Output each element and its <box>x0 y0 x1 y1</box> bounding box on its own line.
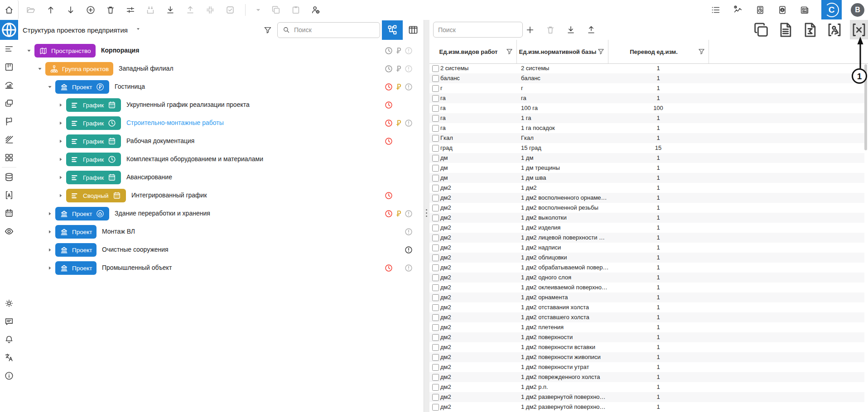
list-settings-icon[interactable] <box>709 3 723 17</box>
tree-item-label[interactable]: Авансирование <box>126 173 172 181</box>
table-row[interactable]: дм1 дм шва1 <box>429 173 864 183</box>
table-row[interactable]: га1 га1 <box>429 113 864 123</box>
sidebar-item-bell[interactable] <box>0 331 18 349</box>
filter-icon[interactable] <box>506 48 513 57</box>
row-checkbox[interactable] <box>432 135 439 142</box>
plus-icon[interactable] <box>523 23 537 37</box>
table-row[interactable]: гага1 <box>429 93 864 103</box>
sidebar-item-comment[interactable] <box>0 312 18 331</box>
sidebar-item-flag[interactable] <box>0 112 18 130</box>
table-row[interactable]: балансбаланс1 <box>429 73 864 83</box>
row-checkbox[interactable] <box>432 225 439 231</box>
table-row[interactable]: ГкалГкал1 <box>429 133 864 143</box>
chevron-down-icon[interactable] <box>37 66 43 72</box>
table-row[interactable]: дм21 дм2 поврежденного холста1 <box>429 372 864 382</box>
search-input[interactable]: Поиск <box>277 22 380 38</box>
table-row[interactable]: дм21 дм2 орнамента1 <box>429 292 864 302</box>
row-checkbox[interactable] <box>432 155 439 162</box>
move-up-icon[interactable] <box>43 3 58 17</box>
chevron-down-icon[interactable] <box>135 26 141 34</box>
table-row[interactable]: дм21 дм2 восполненного орнаме…1 <box>429 193 864 203</box>
tree-item-label[interactable]: Интегрированный график <box>131 192 207 199</box>
sidebar-item-eye[interactable] <box>0 222 18 240</box>
table-row[interactable]: 2 системы2 системы1 <box>429 63 864 73</box>
filter-icon[interactable] <box>597 48 605 57</box>
row-checkbox[interactable] <box>432 384 439 391</box>
table-row[interactable]: дм21 дм21 <box>429 183 864 193</box>
table-row[interactable]: дм21 дм2 поверхности утрат1 <box>429 362 864 372</box>
tree-item-label[interactable]: Корпорация <box>101 47 139 54</box>
sidebar-item-structure-lines[interactable] <box>0 40 18 58</box>
sidebar-item-info[interactable] <box>0 367 18 385</box>
tree-item-label[interactable]: Очистные сооружения <box>102 246 169 253</box>
sidebar-item-calendar[interactable] <box>0 204 18 222</box>
row-checkbox[interactable] <box>432 274 439 281</box>
table-row[interactable]: дм21 дм2 оклеиваемой поверхно…1 <box>429 283 864 292</box>
chevron-right-icon[interactable] <box>58 120 63 126</box>
doc-clock-icon[interactable] <box>753 3 767 17</box>
table-row[interactable]: дм21 дм2 поверхности живописи1 <box>429 352 864 362</box>
table-row[interactable]: дм21 дм2 развернутой поверхно…1 <box>429 402 864 412</box>
table-row[interactable]: град15 град15 <box>429 143 864 153</box>
chevron-right-icon[interactable] <box>58 157 63 162</box>
copy-icon[interactable] <box>752 20 770 39</box>
tree-row[interactable]: ПроектМонтаж ВЛ <box>18 223 424 241</box>
row-checkbox[interactable] <box>432 95 439 102</box>
row-checkbox[interactable] <box>432 344 439 351</box>
row-checkbox[interactable] <box>432 215 439 221</box>
tree-row[interactable]: ПространствоКорпорация <box>18 42 424 60</box>
tree-item-label[interactable]: Комплектация оборудованием и материалами <box>126 155 263 163</box>
sidebar-item-hatch[interactable] <box>0 130 18 149</box>
column-header[interactable]: Ед.изм.видов работ <box>429 40 517 63</box>
units-search-input[interactable]: Поиск <box>433 22 523 38</box>
table-row[interactable]: дм21 дм2 облицовки1 <box>429 253 864 263</box>
table-row[interactable]: дм21 дм2 р.п.1 <box>429 382 864 392</box>
tree-row[interactable]: ГрафикУкрупненный график реализации прое… <box>18 96 424 114</box>
column-header[interactable]: Ед.изм.нормативной базы <box>516 40 608 63</box>
doc-news-icon[interactable] <box>797 3 811 17</box>
row-checkbox[interactable] <box>432 185 439 192</box>
row-checkbox[interactable] <box>432 145 439 152</box>
row-checkbox[interactable] <box>432 284 439 291</box>
table-row[interactable]: дм21 дм2 восполненной резьбы1 <box>429 203 864 213</box>
chevron-right-icon[interactable] <box>58 102 63 108</box>
table-row[interactable]: гг1 <box>429 83 864 93</box>
table-row[interactable]: дм21 дм2 одного слоя1 <box>429 273 864 283</box>
row-checkbox[interactable] <box>432 314 439 321</box>
row-checkbox[interactable] <box>432 125 439 132</box>
table-row[interactable]: дм21 дм2 отставания холста1 <box>429 302 864 312</box>
table-row[interactable]: дм21 дм2 отставшего холста1 <box>429 312 864 322</box>
tree-row[interactable]: ПроектОчистные сооружения <box>18 241 424 259</box>
row-checkbox[interactable] <box>432 404 439 411</box>
row-checkbox[interactable] <box>432 244 439 251</box>
row-checkbox[interactable] <box>432 65 439 72</box>
tree-row[interactable]: ПроектЗдание переработки и хранения <box>18 205 424 223</box>
filter-icon[interactable] <box>261 25 275 34</box>
table-row[interactable]: дм1 дм1 <box>429 153 864 163</box>
move-down-icon[interactable] <box>63 3 77 17</box>
chevron-right-icon[interactable] <box>58 139 63 144</box>
tree-item-label[interactable]: Гостиница <box>115 83 145 90</box>
row-checkbox[interactable] <box>432 364 439 371</box>
user-settings-icon[interactable] <box>309 3 323 17</box>
row-checkbox[interactable] <box>432 175 439 182</box>
table-row[interactable]: га1 га посадок1 <box>429 123 864 133</box>
table-row[interactable]: дм21 дм2 поверхности вставки1 <box>429 342 864 352</box>
tree-view-icon[interactable] <box>382 20 403 40</box>
chevron-down-icon[interactable] <box>47 84 53 90</box>
row-checkbox[interactable] <box>432 165 439 172</box>
row-checkbox[interactable] <box>432 205 439 211</box>
tree-item-label[interactable]: Рабочая документация <box>126 137 194 144</box>
chevron-right-icon[interactable] <box>47 265 53 271</box>
download-icon[interactable] <box>564 23 578 37</box>
activity-chart-icon[interactable] <box>731 3 745 17</box>
row-checkbox[interactable] <box>432 105 439 112</box>
doc-globe-icon[interactable] <box>775 3 789 17</box>
row-checkbox[interactable] <box>432 85 439 92</box>
tree-row[interactable]: Группа проектовЗападный филиал <box>18 60 424 78</box>
tree-item-label[interactable]: Западный филиал <box>119 65 174 72</box>
tree-item-label[interactable]: Укрупненный график реализации проекта <box>126 101 250 108</box>
filter-icon[interactable] <box>698 48 705 57</box>
brackets-x-icon[interactable] <box>850 20 868 39</box>
chevron-right-icon[interactable] <box>47 229 53 235</box>
